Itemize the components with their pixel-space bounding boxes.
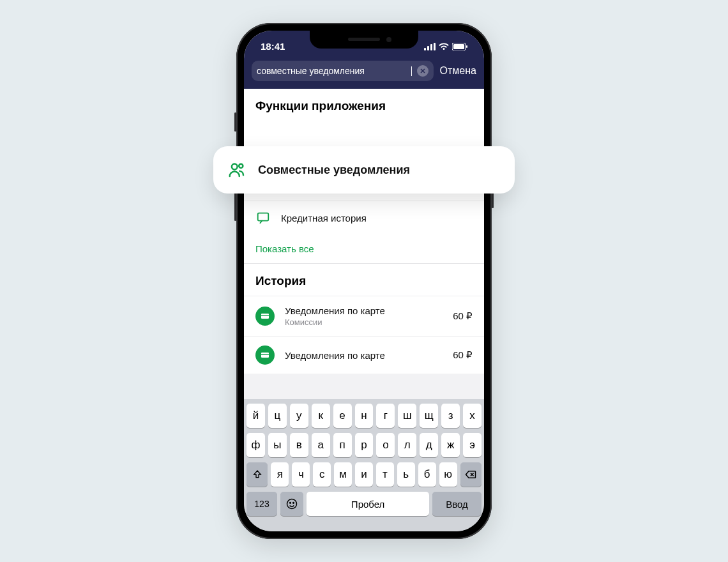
history-list: Уведомления по карте Комиссии 60 ₽ Уведо… xyxy=(244,296,484,374)
svg-rect-11 xyxy=(261,354,269,355)
svg-rect-9 xyxy=(261,315,269,316)
letter-key[interactable]: м xyxy=(334,462,352,487)
letter-key[interactable]: е xyxy=(333,404,352,428)
people-icon xyxy=(227,160,246,179)
letter-key[interactable]: ц xyxy=(268,404,287,428)
backspace-key[interactable] xyxy=(460,462,482,487)
letter-key[interactable]: о xyxy=(376,433,395,457)
card-icon xyxy=(255,346,275,365)
search-input[interactable]: совместные уведомления xyxy=(252,61,434,81)
item-body: Уведомления по карте Комиссии xyxy=(285,305,443,327)
svg-rect-2 xyxy=(430,44,432,50)
item-label: Уведомления по карте xyxy=(285,350,443,361)
letter-key[interactable]: ч xyxy=(292,462,310,487)
letter-key[interactable]: н xyxy=(355,404,374,428)
search-value: совместные уведомления xyxy=(257,66,406,76)
emoji-key[interactable] xyxy=(280,492,303,516)
space-key[interactable]: Пробел xyxy=(307,492,429,516)
content: Функции приложения Уведомления xyxy=(244,89,484,374)
highlight-label: Совместные уведомления xyxy=(258,163,410,177)
svg-rect-3 xyxy=(434,43,436,50)
item-label: Кредитная история xyxy=(281,213,473,224)
show-all-button[interactable]: Показать все xyxy=(244,234,484,263)
item-amount: 60 ₽ xyxy=(453,349,473,361)
letter-key[interactable]: и xyxy=(355,462,373,487)
letter-key[interactable]: п xyxy=(333,433,352,457)
highlighted-result[interactable]: Совместные уведомления xyxy=(213,146,515,194)
status-time: 18:41 xyxy=(261,41,285,52)
letter-key[interactable]: б xyxy=(418,462,436,487)
letter-key[interactable]: ф xyxy=(246,433,265,457)
letter-key[interactable]: э xyxy=(463,433,482,457)
list-item[interactable]: Кредитная история xyxy=(244,201,484,234)
letter-key[interactable]: в xyxy=(290,433,308,457)
letter-key[interactable]: т xyxy=(376,462,394,487)
keyboard-row-4: 123 Пробел Ввод xyxy=(246,492,482,516)
letter-key[interactable]: й xyxy=(246,404,265,428)
list-item[interactable]: Уведомления по карте 60 ₽ xyxy=(244,336,484,374)
svg-rect-1 xyxy=(427,46,429,50)
battery-icon xyxy=(452,43,467,50)
mute-switch xyxy=(234,112,236,132)
letter-key[interactable]: у xyxy=(290,404,308,428)
letter-key[interactable]: а xyxy=(312,433,330,457)
list-item[interactable]: Уведомления по карте Комиссии 60 ₽ xyxy=(244,296,484,336)
svg-point-14 xyxy=(293,503,294,504)
letter-key[interactable]: р xyxy=(355,433,374,457)
letter-key[interactable]: з xyxy=(441,404,460,428)
letter-key[interactable]: с xyxy=(313,462,331,487)
screen: 18:41 xyxy=(244,31,484,531)
card-icon xyxy=(255,307,275,326)
keyboard: йцукенгшщзх фывапролджэ ячсмитьбю 123 Пр… xyxy=(244,399,484,531)
letter-key[interactable]: ю xyxy=(439,462,457,487)
svg-rect-0 xyxy=(424,48,426,50)
shift-key[interactable] xyxy=(246,462,268,487)
letter-key[interactable]: ы xyxy=(268,433,287,457)
svg-rect-7 xyxy=(258,213,269,221)
text-caret xyxy=(411,66,412,76)
svg-point-12 xyxy=(287,499,297,509)
svg-point-15 xyxy=(232,164,238,170)
letter-key[interactable]: к xyxy=(312,404,330,428)
letter-key[interactable]: г xyxy=(376,404,395,428)
enter-key[interactable]: Ввод xyxy=(432,492,482,516)
letter-key[interactable]: ь xyxy=(397,462,415,487)
wifi-icon xyxy=(439,43,449,50)
letter-key[interactable]: х xyxy=(463,404,482,428)
letter-key[interactable]: ш xyxy=(398,404,416,428)
letter-key[interactable]: ж xyxy=(441,433,460,457)
svg-rect-5 xyxy=(453,44,464,49)
section-title-history: История xyxy=(244,263,484,296)
item-label: Уведомления по карте xyxy=(285,305,443,316)
item-body: Уведомления по карте xyxy=(285,350,443,361)
svg-point-13 xyxy=(290,503,291,504)
section-title-functions: Функции приложения xyxy=(244,89,484,121)
keyboard-row-3: ячсмитьбю xyxy=(246,462,482,487)
letter-key[interactable]: щ xyxy=(420,404,438,428)
item-sub: Комиссии xyxy=(285,317,443,327)
numeric-key[interactable]: 123 xyxy=(246,492,277,516)
cancel-button[interactable]: Отмена xyxy=(440,65,476,77)
svg-rect-6 xyxy=(466,45,467,48)
notch xyxy=(310,31,418,49)
search-row: совместные уведомления Отмена xyxy=(244,56,484,89)
letter-key[interactable]: л xyxy=(398,433,416,457)
clear-icon[interactable] xyxy=(417,65,428,77)
item-amount: 60 ₽ xyxy=(453,310,473,322)
letter-key[interactable]: д xyxy=(420,433,438,457)
chat-icon xyxy=(255,210,271,225)
signal-icon xyxy=(424,43,436,50)
keyboard-row-2: фывапролджэ xyxy=(246,433,482,457)
svg-point-16 xyxy=(239,164,243,168)
letter-key[interactable]: я xyxy=(271,462,289,487)
phone-frame: 18:41 xyxy=(236,23,492,539)
status-indicators xyxy=(424,43,467,50)
keyboard-row-1: йцукенгшщзх xyxy=(246,404,482,428)
